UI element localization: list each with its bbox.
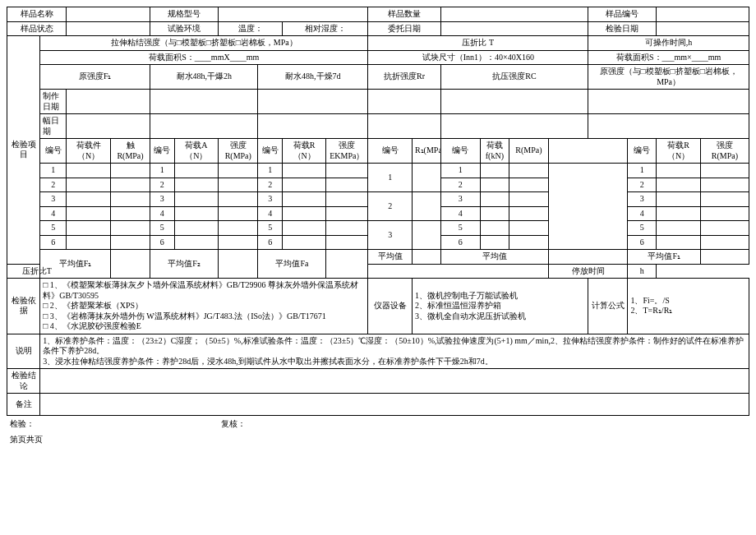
remarks-value bbox=[40, 394, 749, 416]
cell-b-no-1: 1 bbox=[150, 164, 174, 178]
water-48-7-header: 耐水48h,干燥7d bbox=[258, 65, 368, 90]
cell-d-no-1: 1 bbox=[368, 164, 413, 192]
comp-rc-header: 抗压强度RC bbox=[440, 65, 588, 90]
pause-time-value: h bbox=[628, 264, 657, 279]
row-date-3 bbox=[258, 114, 368, 139]
col-no-5: 编号 bbox=[440, 139, 480, 164]
make-date-1 bbox=[67, 90, 150, 114]
col-r-influence: 触R(MPa) bbox=[110, 139, 150, 164]
test-basis-text: □ 1、《模塑聚苯板薄抹灰夕卜墙外保温系统材料》GB/T29906 尊抹灰外墙外… bbox=[40, 279, 368, 334]
cell-reserved bbox=[549, 164, 628, 250]
page-number: 第页共页 bbox=[7, 431, 749, 447]
test-items-label: 检验项目 bbox=[7, 36, 40, 265]
sample-state-label: 样品状态 bbox=[7, 21, 67, 36]
orig-strength-right-header: 原强度（与□模塑板□挤塑板□岩棉板，MPa） bbox=[588, 65, 749, 90]
instructions-text: 1、标准养护条件：温度：（23±2）C湿度；（50±5）%,标准试验条件：温度：… bbox=[40, 334, 749, 369]
test-date-value bbox=[657, 21, 749, 36]
col-no-3: 编号 bbox=[258, 139, 282, 164]
equip-text: 1、微机控制电子万能试验机 2、标准恒温恒湿养护箱 3、微机全自动水泥压折试验机 bbox=[412, 279, 588, 334]
row-date-2 bbox=[150, 114, 258, 139]
avg-f2-label: 平均值F₂ bbox=[150, 250, 219, 279]
make-date-3 bbox=[258, 90, 368, 114]
row-date-6 bbox=[588, 114, 749, 139]
col-strength-r2: 强度R(MPa) bbox=[219, 139, 258, 164]
spec-model-label: 规格型号 bbox=[150, 7, 219, 22]
col-strength-r3: 强度R(MPa) bbox=[700, 139, 749, 164]
row-date-1 bbox=[67, 114, 150, 139]
orig-f1-header: 原强度F₁ bbox=[40, 65, 150, 90]
temp-label: 温度： bbox=[219, 21, 283, 36]
inspection-form: 样品名称 规格型号 样品数量 样品编号 样品状态 试验环境 温度： 相对湿度： … bbox=[7, 7, 749, 446]
test-env-label: 试验环境 bbox=[150, 21, 219, 36]
entrust-date-value bbox=[440, 21, 588, 36]
col-no-4: 编号 bbox=[368, 139, 413, 164]
conclusion-label: 检验结论 bbox=[7, 369, 40, 394]
rh-label: 相对湿度： bbox=[282, 21, 367, 36]
cell-a-no-1: 1 bbox=[40, 164, 67, 178]
col-r-mpa: R(MPa) bbox=[509, 139, 548, 164]
spec-model-value bbox=[219, 7, 368, 22]
make-date-label: 制作日期 bbox=[40, 90, 67, 114]
remarks-label: 备注 bbox=[7, 394, 40, 416]
sample-name-label: 样品名称 bbox=[7, 7, 67, 22]
cell-c-no-1: 1 bbox=[258, 164, 282, 178]
avg-comp-label: 平均值 bbox=[440, 250, 548, 265]
calc-label: 计算公式 bbox=[588, 279, 628, 334]
col-no-2: 编号 bbox=[150, 139, 174, 164]
flex-ratio-bottom-value bbox=[368, 264, 549, 279]
col-load-kn: 荷载f(kN) bbox=[480, 139, 509, 164]
avg-flex-label: 平均值 bbox=[368, 250, 413, 265]
load-area-s: 荷载面积S：____mmX____mm bbox=[40, 50, 368, 65]
sample-no-value bbox=[657, 7, 749, 22]
avg-flex-value bbox=[412, 250, 440, 265]
instructions-label: 说明 bbox=[7, 334, 40, 369]
load-area-s2: 荷载面积S：___mm×____mm bbox=[588, 50, 749, 65]
col-load-r2: 荷载R（N） bbox=[657, 139, 701, 164]
col-load-a: 荷载A（N） bbox=[174, 139, 219, 164]
col-strength-ek: 强度EKMPa） bbox=[326, 139, 368, 164]
inspector-label: 检验： bbox=[7, 416, 219, 431]
sample-qty-value bbox=[440, 7, 588, 22]
conclusion-value bbox=[40, 369, 749, 394]
avg-f1-value bbox=[110, 250, 150, 279]
equip-label: 仪器设备 bbox=[368, 279, 413, 334]
water-48-2-header: 耐水48h,干爆2h bbox=[150, 65, 258, 90]
avg-fa-value bbox=[326, 250, 368, 279]
specimen-size: 试块尺寸（Inn1）：40×40X160 bbox=[368, 50, 588, 65]
entrust-date-label: 委托日期 bbox=[368, 21, 440, 36]
tensile-header: 拉伸粘结强度（与□模塑板□挤塑板□岩棉板，MPa） bbox=[40, 36, 368, 51]
make-date-4 bbox=[368, 90, 440, 114]
col-no-6: 编号 bbox=[628, 139, 657, 164]
test-basis-label: 检验依据 bbox=[7, 279, 40, 334]
col-r1: R₁(MPa) bbox=[412, 139, 440, 164]
reviewer-label: 复核： bbox=[219, 416, 749, 431]
flex-ratio-header: 压折比 T bbox=[368, 36, 588, 51]
sample-name-value bbox=[67, 7, 150, 22]
make-date-6 bbox=[588, 90, 749, 114]
col-load-r: 荷载R（N） bbox=[282, 139, 326, 164]
sample-qty-label: 样品数量 bbox=[368, 7, 440, 22]
pause-time-label: 停放时间 bbox=[549, 264, 628, 279]
make-date-5 bbox=[440, 90, 588, 114]
workable-header: 可操作时间,h bbox=[588, 36, 749, 51]
row-date-4 bbox=[368, 114, 440, 139]
col-blank-right bbox=[549, 139, 628, 164]
avg-f2-value bbox=[219, 250, 258, 279]
test-date-label: 检验日期 bbox=[588, 21, 657, 36]
make-date-2 bbox=[150, 90, 258, 114]
flex-ratio-bottom-label: 压折比T bbox=[7, 264, 67, 279]
flex-rr-header: 抗折强度Rr bbox=[368, 65, 440, 90]
cell-f-no-1: 1 bbox=[628, 164, 657, 178]
sample-state-value bbox=[67, 21, 150, 36]
sample-no-label: 样品编号 bbox=[588, 7, 657, 22]
avg-fa-label: 平均值Fa bbox=[258, 250, 326, 279]
avg-fr-label: 平均值F₁ bbox=[628, 250, 700, 265]
cell-e-no-1: 1 bbox=[440, 164, 480, 178]
col-load-n: 荷载件（N） bbox=[67, 139, 111, 164]
avg-fr-value bbox=[700, 250, 749, 265]
row-date-label: 幅日期 bbox=[40, 114, 67, 139]
row-date-5 bbox=[440, 114, 588, 139]
avg-comp-value bbox=[549, 250, 628, 265]
col-no-1: 编号 bbox=[40, 139, 67, 164]
calc-text: 1、Fi=。/S 2、T=R₁/R₁ bbox=[628, 279, 749, 334]
